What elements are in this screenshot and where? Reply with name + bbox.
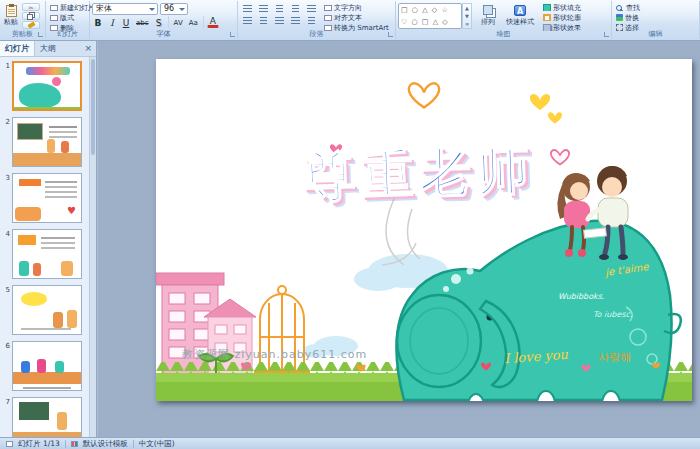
design-template-indicator[interactable]: 默认设计模板 [83,439,128,449]
thumbnail-art [19,261,29,276]
align-center-button[interactable] [256,15,270,26]
drawing-group: □ ○ △ ◇ ☆ ♡ ○ □ △ ◇ ▲▼≡ 排列 A 快速样式 形状填充 形… [396,1,612,39]
tab-slides[interactable]: 幻灯片 [0,41,35,56]
language-indicator[interactable]: 中文(中国) [139,439,175,449]
clipboard-group: 粘贴 ✂ 剪贴板 [0,1,46,39]
increase-indent-icon [292,5,299,12]
arrange-button[interactable]: 排列 [474,3,502,29]
thumbnail-art [55,361,64,373]
strikethrough-button[interactable]: abc [134,16,151,28]
thumbnail-art [67,310,77,328]
find-button[interactable]: 查找 [614,3,642,12]
copy-button[interactable] [22,12,40,20]
decrease-indent-icon [276,5,283,12]
slide-thumbnail[interactable]: 5 [1,285,89,335]
align-text-button[interactable]: 对齐文本 [322,13,391,22]
bullets-button[interactable] [240,3,254,14]
numbering-button[interactable] [256,3,270,14]
change-case-button[interactable]: Aa [187,16,200,28]
numbered-list-icon [259,5,268,12]
scrollbar-thumb[interactable] [91,59,95,155]
align-left-button[interactable] [240,15,254,26]
increase-indent-button[interactable] [288,3,302,14]
thumbnail-art [33,263,41,276]
italic-button[interactable]: I [106,16,118,28]
thumbnail-image [12,397,82,437]
font-name-combo[interactable]: 宋体 [92,3,158,15]
clipboard-dialog-launcher[interactable] [38,32,43,37]
paragraph-dialog-launcher[interactable] [388,32,393,37]
slide-icon [6,441,13,447]
layout-icon [50,15,58,21]
font-size-combo[interactable]: 96 [160,3,188,15]
tab-outline[interactable]: 大纲 [35,41,61,56]
character-spacing-button[interactable]: AV [172,16,185,28]
thumbnail-art [61,261,73,276]
align-right-button[interactable] [272,15,286,26]
text-direction-icon [324,5,332,11]
bold-button[interactable]: B [92,16,104,28]
columns-icon [308,17,315,24]
thumbnail-art [26,67,70,75]
underline-button[interactable]: U [120,16,132,28]
justify-icon [291,17,300,24]
thumbnail-art [13,372,82,384]
decrease-indent-button[interactable] [272,3,286,14]
font-dialog-launcher[interactable] [230,32,235,37]
slide-number: 3 [1,173,12,223]
justify-button[interactable] [288,15,302,26]
slide-thumbnail[interactable]: 3 ♥ [1,173,89,223]
thumbnail-art [18,235,36,245]
slide-thumbnail[interactable]: 4 [1,229,89,279]
copy-icon [27,14,33,20]
replace-button[interactable]: 替换 [614,13,642,22]
line-spacing-button[interactable] [304,3,318,14]
slide-thumbnail[interactable]: 2 [1,117,89,167]
line-spacing-icon [307,5,316,12]
thumbnail-image [12,229,82,279]
slide-thumbnail[interactable]: 7 [1,397,89,437]
replace-icon [616,14,623,21]
editing-group: 查找 替换 选择 编辑 [612,1,700,39]
shapes-gallery[interactable]: □ ○ △ ◇ ☆ ♡ ○ □ △ ◇ [398,3,462,29]
slide-title[interactable]: 尊重老师 [258,133,580,214]
text-direction-button[interactable]: 文字方向 [322,3,391,12]
thumbnail-art [15,207,41,221]
slide-number: 5 [1,285,12,335]
thumbnail-art [45,181,77,183]
slides-pane: 幻灯片 大纲 × 1 2 [0,41,97,437]
thumbnail-list: 1 2 3 [0,57,89,437]
shapes-gallery-scroll[interactable]: ▲▼≡ [462,3,472,29]
quick-styles-icon: A [514,5,526,16]
thumbnail-image [12,61,82,111]
divider [203,16,204,28]
columns-button[interactable] [304,15,318,26]
text-shadow-button[interactable]: S [153,16,165,28]
slide-canvas: 尊重老师 Wubibboks. To iubesc. I love you 사랑… [98,41,700,437]
thumbnail-art [23,387,71,389]
thumbnail-image [12,285,82,335]
align-left-icon [243,17,252,24]
slide-editor[interactable]: 尊重老师 Wubibboks. To iubesc. I love you 사랑… [156,59,692,401]
slides-group-label: 幻灯片 [46,29,89,39]
shape-fill-button[interactable]: 形状填充 [541,3,583,12]
divider [65,440,66,448]
font-group-label: 字体 [90,29,237,39]
drawing-dialog-launcher[interactable] [604,32,609,37]
font-color-button[interactable]: A [207,16,219,28]
paste-button[interactable]: 粘贴 [2,3,20,29]
thumbnail-art [17,123,43,140]
close-pane-button[interactable]: × [80,41,96,56]
sidebar-scrollbar[interactable] [89,57,96,437]
shapes-row-icons: ♡ ○ □ △ ◇ [401,18,459,27]
format-painter-button[interactable] [22,21,40,29]
slide-thumbnail[interactable]: 6 [1,341,89,391]
slide-thumbnail[interactable]: 1 [1,61,89,111]
clipboard-small-buttons: ✂ [22,3,40,29]
scroll-up-icon: ▲ [463,4,471,12]
thumbnail-art [41,237,75,239]
thumbnail-art [21,328,71,330]
shape-outline-button[interactable]: 形状轮廓 [541,13,583,22]
cut-button[interactable]: ✂ [22,3,40,11]
quick-styles-button[interactable]: A 快速样式 [502,3,538,29]
